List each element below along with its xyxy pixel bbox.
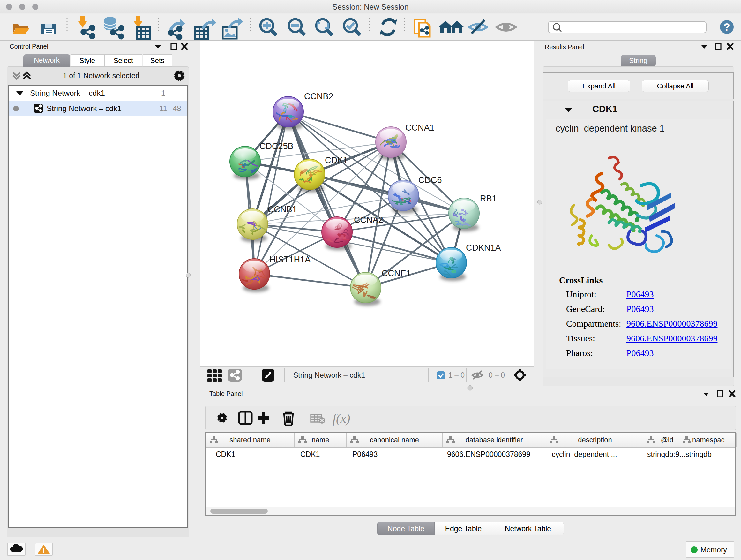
svg-text:CDKN1A: CDKN1A [466,243,501,253]
svg-text:RB1: RB1 [480,194,497,203]
svg-text:CCNE1: CCNE1 [382,268,411,278]
svg-text:CDC25B: CDC25B [259,141,293,151]
svg-text:CCNB2: CCNB2 [304,91,333,101]
svg-text:CCNB1: CCNB1 [268,205,297,214]
svg-text:0 – 0: 0 – 0 [488,371,505,379]
svg-text:CCNA2: CCNA2 [354,215,383,225]
svg-text:f(x): f(x) [333,411,350,426]
svg-text:1 of 1 Network selected: 1 of 1 Network selected [63,71,139,80]
svg-text:CDK1: CDK1 [325,155,348,165]
svg-text:CDC6: CDC6 [418,175,442,185]
svg-text:CCNA1: CCNA1 [405,123,434,132]
svg-text:String Network – cdk1: String Network – cdk1 [293,371,365,379]
svg-text:1 – 0: 1 – 0 [448,371,465,379]
svg-text:HIST1H1A: HIST1H1A [269,255,311,264]
